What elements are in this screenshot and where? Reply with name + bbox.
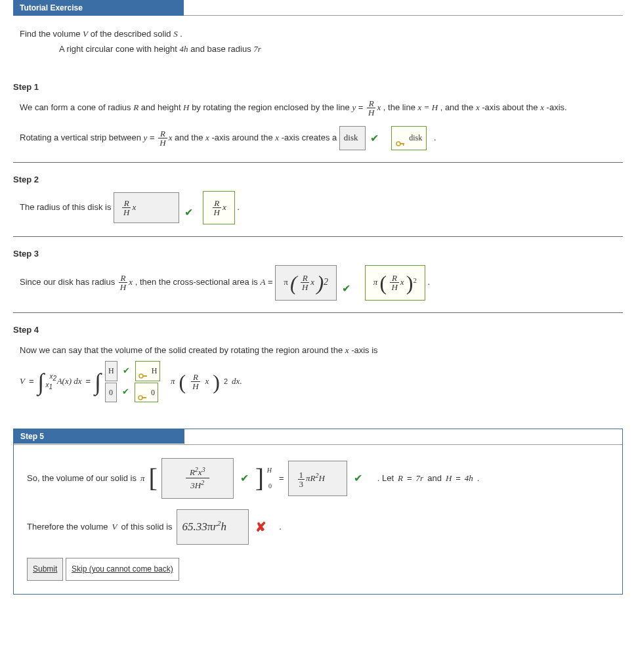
- ans: 0: [151, 388, 155, 397]
- step4-body: Now we can say that the volume of the so…: [13, 341, 623, 415]
- intro-text: .: [180, 29, 182, 39]
- var-v: V: [83, 29, 88, 39]
- lparen-icon: (: [290, 272, 297, 293]
- divider: [13, 236, 623, 237]
- eq: =: [279, 468, 284, 488]
- pi: π: [373, 277, 378, 287]
- fraction: R H: [119, 274, 127, 291]
- eq: =: [29, 372, 34, 391]
- step3-body: Since our disk has radius R H x , then t…: [13, 265, 623, 312]
- den: H: [120, 282, 126, 292]
- lower-limit-answer: 0: [135, 383, 158, 402]
- text: =: [150, 133, 157, 142]
- fraction: R H: [191, 373, 200, 390]
- var-x: x: [377, 102, 381, 112]
- limit-inputs: H ✔ H 0 ✔ 0: [105, 360, 160, 404]
- check-icon: ✔: [184, 207, 193, 218]
- rparen-icon: ): [406, 272, 413, 293]
- var-h: H: [446, 468, 452, 488]
- intro-text: of the described solid: [91, 29, 173, 39]
- text: Now we can say that the volume of the so…: [20, 345, 345, 355]
- var-x: x: [205, 372, 209, 391]
- text: We can form a cone of radius: [20, 102, 133, 112]
- submit-button[interactable]: Submit: [27, 558, 63, 581]
- svg-rect-4: [142, 375, 147, 377]
- value-4h: 4h: [180, 44, 188, 54]
- integral-icon: ∫: [38, 372, 45, 392]
- var-x: x: [275, 133, 279, 142]
- eval-upper: H: [267, 463, 272, 478]
- upper-limit-answer: H: [135, 361, 161, 381]
- text: , the line: [383, 102, 418, 112]
- step1-body: We can form a cone of radius R and heigh…: [13, 98, 623, 162]
- den: H: [368, 108, 374, 117]
- text: =: [358, 102, 366, 112]
- num: R: [121, 273, 126, 283]
- var-x: x: [223, 202, 226, 212]
- step2-correct-answer: R H x: [203, 191, 235, 224]
- text: Since our disk has radius: [20, 277, 117, 287]
- key-icon: [138, 390, 147, 396]
- text: of this solid is: [121, 516, 173, 537]
- skip-link[interactable]: Skip (you cannot come back): [66, 558, 179, 581]
- num: R: [392, 273, 397, 283]
- text: -axis creates a: [282, 133, 339, 142]
- value-7r: 7r: [253, 44, 261, 54]
- rparen-icon: ): [213, 371, 220, 392]
- pi: π: [140, 468, 145, 488]
- den: H: [159, 138, 165, 148]
- check-icon: ✔: [342, 283, 350, 294]
- var-y: y: [352, 102, 356, 112]
- var-x: x: [169, 133, 173, 142]
- period: .: [279, 516, 282, 537]
- text: -axis about the: [482, 102, 540, 112]
- text: and height: [141, 102, 183, 112]
- eq: =: [456, 468, 461, 488]
- var-h: H: [183, 102, 189, 112]
- answer-text: disk: [409, 133, 422, 142]
- svg-rect-2: [403, 143, 404, 146]
- num: R: [303, 273, 308, 283]
- den: 3: [299, 479, 304, 489]
- num: R: [369, 98, 374, 108]
- num: R: [214, 198, 219, 208]
- period: .: [434, 133, 436, 142]
- text: , then the cross-sectional area is: [135, 277, 261, 287]
- num: 1: [299, 470, 304, 480]
- var-y: y: [144, 133, 148, 142]
- den: H: [391, 282, 397, 292]
- text: Therefore the volume: [27, 516, 108, 537]
- period: .: [428, 277, 431, 287]
- fraction-r-over-h: R H: [158, 129, 167, 147]
- text: -axis.: [547, 102, 567, 112]
- pi: π: [171, 372, 175, 391]
- upper-limit-input[interactable]: H: [105, 361, 117, 381]
- text: -axis around the: [211, 133, 275, 142]
- den: H: [214, 207, 220, 217]
- integrand: A(x) dx: [57, 372, 82, 391]
- step5-result-input[interactable]: 1 3 πR2H: [288, 461, 347, 496]
- divider: [13, 312, 623, 313]
- step5-final-input[interactable]: 65.33πr2h: [177, 509, 249, 545]
- step3-answer-input[interactable]: π ( R H x )2: [275, 265, 337, 301]
- eq: =: [407, 468, 412, 488]
- text: Rotating a vertical strip between: [20, 133, 144, 142]
- step5-antideriv-input[interactable]: R2x3 3H2: [161, 458, 234, 499]
- rbracket-icon: ]: [255, 465, 264, 492]
- var-x: x: [129, 277, 133, 287]
- integral-icon: ∫: [95, 372, 101, 392]
- text: . Let: [377, 468, 394, 488]
- step2-answer-input[interactable]: R H x: [114, 192, 179, 223]
- lower-limit-input[interactable]: 0: [105, 383, 117, 402]
- step1-title: Step 1: [13, 82, 623, 92]
- var-x: x: [476, 102, 480, 112]
- step4-title: Step 4: [13, 325, 623, 335]
- check-icon: ✔: [354, 466, 362, 491]
- step1-answer-input[interactable]: disk: [339, 126, 366, 150]
- var-x: x: [310, 277, 314, 287]
- text: and the: [175, 133, 205, 142]
- den: H: [192, 381, 198, 391]
- check-icon: ✔: [370, 133, 379, 144]
- val-7r: 7r: [416, 468, 424, 488]
- exp: 2: [413, 276, 417, 284]
